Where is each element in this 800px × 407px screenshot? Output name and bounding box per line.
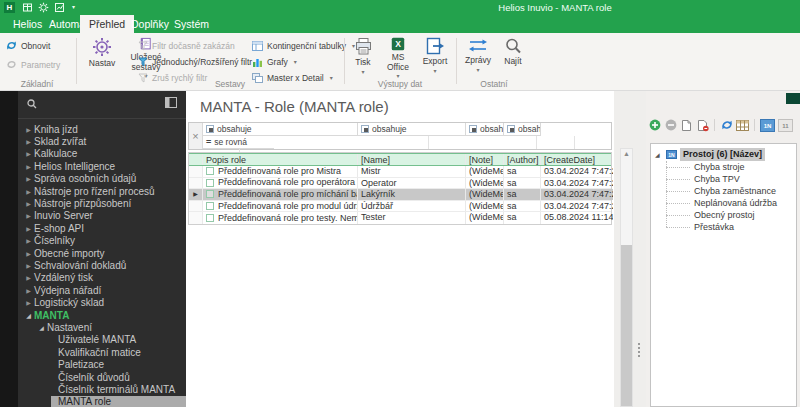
sidebar-item-sprava-osobnich-udaju[interactable]: ▶Správa osobních údajů <box>18 173 186 185</box>
refresh-panel-button[interactable] <box>720 119 733 132</box>
relation-tree: ◢ 1N Prostoj (6) [Název] Chyba stroje Ch… <box>650 143 797 407</box>
tree-item-obecny-prostoj[interactable]: Obecný prostoj <box>666 209 796 221</box>
column-header-createdate[interactable]: [CreateDate] <box>541 154 613 165</box>
sidebar-item-ciselniky[interactable]: ▶Číselníky <box>18 235 186 247</box>
sidebar-item-paletizace[interactable]: Paletizace <box>18 358 186 370</box>
simple-extended-filter-button[interactable]: Jednoduchý/Rozšířený filtr <box>138 55 252 68</box>
sidebar-item-nastaveni[interactable]: ◢Nastavení <box>18 321 186 333</box>
nastav-label: Nastav <box>89 59 115 69</box>
remove-item-button[interactable] <box>664 119 677 132</box>
add-item-button[interactable] <box>648 119 661 132</box>
table-row[interactable]: Předdefinovaná role pro modul údržby Údr… <box>189 201 611 213</box>
window-icon[interactable] <box>22 2 33 13</box>
settings-gear-icon[interactable] <box>38 2 49 13</box>
sidebar-item-ciselnik-duvodu[interactable]: Číselník důvodů <box>18 371 186 383</box>
charts-label: Grafy <box>267 57 288 67</box>
ms-office-button[interactable]: X MS Office <box>380 37 416 79</box>
row-checkbox[interactable] <box>206 179 214 187</box>
row-checkbox[interactable] <box>206 202 214 210</box>
nastav-button[interactable]: Nastav <box>80 37 124 79</box>
row-checkbox[interactable] <box>206 214 214 222</box>
sidebar-item-logisticky-sklad[interactable]: ▶Logistický sklad <box>18 296 186 308</box>
new-document-button[interactable] <box>680 119 693 132</box>
sidebar-item-nastroje-rizeni[interactable]: ▶Nástroje pro řízení procesů <box>18 185 186 197</box>
sidebar-item-vydejna-naradi[interactable]: ▶Výdejna nářadí <box>18 284 186 296</box>
filter-op-icon <box>206 125 214 133</box>
sidebar-item-nastroje-prizpusobeni[interactable]: ▶Nástroje přizpůsobení <box>18 197 186 209</box>
view-1n-button[interactable]: 1N <box>760 119 775 132</box>
chart-window-icon[interactable] <box>54 2 65 13</box>
row-checkbox[interactable] <box>206 167 214 175</box>
sidebar-item-manta-role[interactable]: MANTA role <box>18 396 186 407</box>
tree-root-prostoj[interactable]: ◢ 1N Prostoj (6) [Název] <box>655 147 796 161</box>
column-header-popis-role[interactable]: Popis role <box>203 154 358 165</box>
sidebar-item-helios-intelligence[interactable]: ▶Helios Intelligence <box>18 160 186 172</box>
sidebar-item-kvalifikacni-matice[interactable]: Kvalifikační matice <box>18 346 186 358</box>
toolbar-separator <box>714 119 715 131</box>
charts-button[interactable]: Grafy <box>252 55 297 68</box>
filter-input-name[interactable] <box>429 136 537 149</box>
sidebar-item-uzivatele-manta[interactable]: Uživatelé MANTA <box>18 334 186 346</box>
column-header-name[interactable]: [Name] <box>358 154 466 165</box>
sidebar-item-obecne-importy[interactable]: ▶Obecné importy <box>18 247 186 259</box>
filter-op-author[interactable]: obsahuje <box>504 123 541 136</box>
view-11-button[interactable]: 11 <box>778 119 793 132</box>
clear-filter-button[interactable]: × <box>189 123 203 149</box>
sidebar-search-bar[interactable] <box>18 91 186 119</box>
table-row[interactable]: Předdefinovaná role pro testy. Nemazat !… <box>189 212 611 224</box>
tab-system[interactable]: Systém <box>165 15 218 33</box>
filter-disabled-button[interactable]: Filtr dočasně zakázán <box>138 39 235 52</box>
simple-extended-filter-label: Jednoduchý/Rozšířený filtr <box>152 57 252 67</box>
column-header-author[interactable]: [Author] <box>504 154 541 165</box>
expand-icon[interactable]: ◢ <box>655 151 663 158</box>
sidebar-item-vzdaleny-tisk[interactable]: ▶Vzdálený tisk <box>18 272 186 284</box>
filter-op-icon <box>469 125 477 133</box>
scrollbar-thumb[interactable] <box>621 245 632 406</box>
filter-op-note[interactable]: obsahuje <box>466 123 504 136</box>
sidebar-item-kalkulace[interactable]: ▶Kalkulace <box>18 148 186 160</box>
filter-input-note[interactable] <box>537 136 575 149</box>
export-button[interactable]: Export <box>418 37 452 79</box>
tree-item-chyba-zamestnance[interactable]: Chyba zaměstnance <box>666 185 796 197</box>
print-label: Tisk <box>355 58 370 68</box>
delete-document-button[interactable] <box>696 119 709 132</box>
title-bar: H ▾ Helios Inuvio - MANTA role <box>0 0 800 15</box>
tree-item-prestavka[interactable]: Přestávka <box>666 221 796 233</box>
menu-tab-bar: Helios Automat Přehled Doplňky Systém <box>0 15 800 33</box>
filter-op-createdate[interactable]: =se rovná <box>203 136 274 149</box>
page-title: MANTA - Role (MANTA role) <box>200 98 389 115</box>
filter-op-popis[interactable]: obsahuje <box>203 123 358 136</box>
tree-item-neplanovana-udrzba[interactable]: Neplánovaná údržba <box>666 197 796 209</box>
group-label-sestavy: Sestavy <box>120 79 340 89</box>
tree-item-chyba-tpv[interactable]: Chyba TPV <box>666 173 796 185</box>
group-label-vystupy: Výstupy dat <box>350 79 450 89</box>
column-header-note[interactable]: [Note] <box>466 154 504 165</box>
messages-button[interactable]: Zprávy <box>460 37 496 79</box>
pivot-tables-button[interactable]: Kontingenční tabulky <box>252 39 355 52</box>
filter-input-popis[interactable] <box>274 136 429 149</box>
table-row-selected[interactable]: ▶ Předdefinovaná role pro míchání barev … <box>189 189 611 201</box>
sidebar-item-inuvio-server[interactable]: ▶Inuvio Server <box>18 210 186 222</box>
table-row[interactable]: Předdefinovaná role pro Mistra Mistr (Wi… <box>189 166 611 178</box>
sidebar-item-sklad-zvirat[interactable]: ▶Sklad zvířat <box>18 135 186 147</box>
find-button[interactable]: Najít <box>498 37 528 79</box>
sidebar-item-eshop-api[interactable]: ▶E-shop API <box>18 222 186 234</box>
filter-op-name[interactable]: obsahuje <box>358 123 466 136</box>
tree-item-chyba-stroje[interactable]: Chyba stroje <box>666 161 796 173</box>
panel-splitter-handle[interactable] <box>637 341 641 361</box>
refresh-button[interactable]: Obnovit <box>6 39 50 52</box>
panel-toggle-icon[interactable] <box>165 97 177 108</box>
scrollbar-up-arrow[interactable]: ▲ <box>622 150 631 158</box>
table-view-button[interactable] <box>736 119 749 132</box>
print-button[interactable]: Tisk <box>348 37 378 79</box>
parameters-button[interactable]: Parametry <box>6 58 60 71</box>
sidebar-item-ciselnik-terminalu[interactable]: Číselník terminálů MANTA <box>18 383 186 395</box>
sidebar-item-kniha-jizd[interactable]: ▶Kniha jízd <box>18 123 186 135</box>
row-checkbox[interactable] <box>206 190 214 198</box>
svg-text:X: X <box>395 39 401 49</box>
panel-corner-button[interactable] <box>786 93 800 104</box>
table-row[interactable]: Předdefinovaná role pro operátora výroby… <box>189 178 611 190</box>
sidebar-item-manta[interactable]: ◢MANTA <box>18 309 186 321</box>
sidebar-item-schvalovani-dokladu[interactable]: ▶Schvalování dokladů <box>18 259 186 271</box>
quick-access-dropdown-icon[interactable]: ▾ <box>68 2 79 13</box>
